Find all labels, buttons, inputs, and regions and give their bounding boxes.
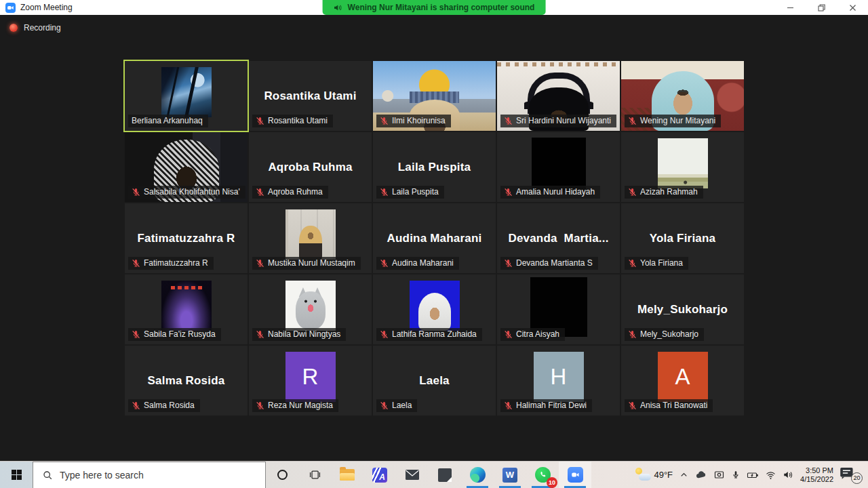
participant-name-text: Devanda Martianta S: [516, 258, 593, 268]
participant-tile[interactable]: Devanda Martia... Devanda Martianta S: [497, 203, 620, 273]
participant-tile[interactable]: H Halimah Fitria Dewi: [497, 346, 620, 415]
participant-avatar: [285, 209, 336, 260]
participant-name-text: Halimah Fitria Dewi: [516, 401, 587, 410]
participant-avatar: [161, 281, 212, 331]
participant-name-label: Laela: [376, 399, 417, 412]
participant-tile[interactable]: Fatimatuzzahra R Fatimatuzzahra R: [125, 203, 248, 273]
participant-tile[interactable]: Mely_Sukoharjo Mely_Sukoharjo: [621, 274, 744, 344]
window-controls: [774, 0, 868, 15]
weather-tray-item[interactable]: 49°F: [634, 468, 673, 482]
word-button[interactable]: W: [494, 462, 526, 488]
onedrive-tray-icon[interactable]: [695, 470, 707, 480]
participant-name-text: Laila Puspita: [392, 187, 439, 197]
muted-mic-icon: [504, 330, 513, 339]
participant-name-text: Mustika Nurul Mustaqim: [268, 258, 355, 268]
participant-tile[interactable]: Rosantika Utami Rosantika Utami: [249, 61, 372, 131]
mail-button[interactable]: [396, 462, 429, 488]
participant-name-label: Salsabila Kholifahtun Nisa': [128, 186, 245, 199]
participant-name-label: Mely_Sukoharjo: [625, 328, 704, 341]
whatsapp-button[interactable]: 10: [526, 462, 559, 488]
muted-mic-icon: [256, 188, 264, 197]
participant-tile[interactable]: Yola Firiana Yola Firiana: [621, 203, 744, 273]
participant-tile[interactable]: Laela Laela: [373, 346, 496, 415]
muted-mic-icon: [380, 188, 389, 197]
taskbar-search[interactable]: [33, 462, 266, 488]
cast-tray-icon[interactable]: [713, 470, 725, 480]
action-center-button[interactable]: 20: [840, 466, 863, 484]
restore-button[interactable]: [806, 0, 837, 15]
muted-mic-icon: [504, 401, 513, 410]
participant-name-text: Salma Rosida: [144, 401, 195, 410]
mail-icon: [405, 468, 420, 481]
participant-name-text: Sabila Fa'iz Rusyda: [144, 329, 216, 339]
minimize-button[interactable]: [774, 0, 806, 15]
task-view-button[interactable]: [298, 462, 331, 488]
participant-avatar: [161, 67, 212, 117]
close-button[interactable]: [837, 0, 868, 15]
cortana-button[interactable]: [266, 462, 298, 488]
battery-tray-icon[interactable]: [747, 470, 759, 480]
participant-name-label: Audina Maharani: [376, 257, 459, 270]
participant-tile[interactable]: Citra Aisyah: [497, 274, 620, 344]
participant-tile[interactable]: Laila Puspita Laila Puspita: [373, 132, 496, 202]
participant-tile[interactable]: Azizah Rahmah: [621, 132, 744, 202]
participant-tile[interactable]: Salsabila Kholifahtun Nisa': [125, 132, 248, 202]
search-input[interactable]: [60, 470, 243, 481]
battery-charging-icon: [747, 470, 759, 480]
participant-tile[interactable]: A Anisa Tri Banowati: [621, 346, 744, 415]
participant-name-label: Mustika Nurul Mustaqim: [252, 257, 361, 270]
muted-mic-icon: [628, 401, 637, 410]
microphone-tray-icon[interactable]: [731, 470, 741, 481]
participant-name-text: Laela: [392, 401, 412, 410]
participant-tile[interactable]: R Reza Nur Magista: [249, 346, 372, 415]
word-icon: W: [502, 468, 517, 483]
file-explorer-button[interactable]: [331, 462, 363, 488]
app-a-glyph: A: [379, 472, 385, 482]
participant-name-text: Fatimatuzzahra R: [144, 258, 208, 268]
volume-tray-icon[interactable]: [783, 470, 794, 480]
participant-tile[interactable]: Audina Maharani Audina Maharani: [373, 203, 496, 273]
notes-app-icon: [438, 468, 452, 482]
tray-expand-button[interactable]: [679, 470, 689, 480]
speaker-icon: [783, 470, 794, 480]
participant-tile[interactable]: Amalia Nurul Hidayah: [497, 132, 620, 202]
search-icon: [43, 470, 53, 481]
participant-tile[interactable]: Salma Rosida Salma Rosida: [125, 346, 248, 415]
file-explorer-icon: [340, 469, 355, 481]
participant-tile[interactable]: Wening Nur Mitayani: [621, 61, 744, 131]
participant-tile[interactable]: Nabila Dwi Ningtyas: [249, 274, 372, 344]
participant-tile[interactable]: Ilmi Khoirunisa: [373, 61, 496, 131]
participant-tile[interactable]: Mustika Nurul Mustaqim: [249, 203, 372, 273]
participant-name-label: Berliana Arkanuhaq: [128, 115, 208, 127]
notes-app-button[interactable]: [429, 462, 461, 488]
participant-name-text: Azizah Rahmah: [640, 187, 698, 197]
edge-button[interactable]: [461, 462, 494, 488]
start-button[interactable]: [0, 462, 33, 488]
participant-name-text: Berliana Arkanuhaq: [132, 116, 203, 125]
participant-avatar: [285, 281, 336, 331]
participant-name-label: Laila Puspita: [376, 186, 444, 199]
notification-count-badge: 20: [851, 472, 863, 484]
zoom-taskbar-button[interactable]: [559, 462, 591, 488]
participant-name-text: Mely_Sukoharjo: [640, 329, 698, 339]
display-icon: [713, 470, 725, 480]
participant-tile[interactable]: Sabila Fa'iz Rusyda: [125, 274, 248, 344]
participant-name-text: Anisa Tri Banowati: [640, 401, 707, 410]
participant-tile[interactable]: Aqroba Ruhma Aqroba Ruhma: [249, 132, 372, 202]
participant-name-label: Sabila Fa'iz Rusyda: [128, 328, 221, 341]
muted-mic-icon: [628, 259, 637, 268]
app-a-button[interactable]: A: [363, 462, 396, 488]
participant-tile[interactable]: Sri Hardini Nurul Wijayanti: [497, 61, 620, 131]
participant-name-label: Ilmi Khoirunisa: [376, 115, 451, 127]
windows-logo-icon: [12, 470, 22, 480]
participant-letter-avatar: H: [534, 352, 584, 402]
participant-tile[interactable]: Berliana Arkanuhaq: [125, 61, 248, 131]
participant-tile[interactable]: Lathifa Ranma Zuhaida: [373, 274, 496, 344]
muted-mic-icon: [504, 117, 513, 125]
recording-indicator: Recording: [9, 23, 61, 33]
taskbar-clock[interactable]: 3:50 PM 4/15/2022: [800, 466, 833, 484]
participant-name-text: Rosantika Utami: [268, 116, 328, 125]
muted-mic-icon: [380, 117, 389, 125]
wifi-tray-icon[interactable]: [765, 470, 776, 480]
participant-name-text: Citra Aisyah: [516, 329, 559, 339]
